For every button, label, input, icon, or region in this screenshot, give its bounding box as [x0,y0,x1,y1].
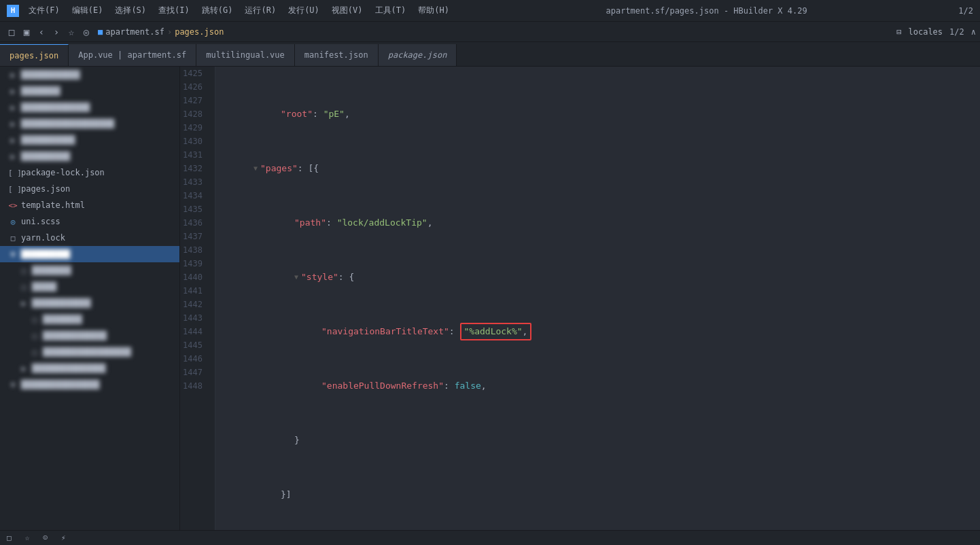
ln-1438: 1438 [180,243,208,257]
sidebar-sub-6[interactable]: □ ██████████████████ [0,344,179,360]
page-info: 1/2 [958,6,973,16]
status-user[interactable]: ☺ [43,533,48,542]
html-icon-template: <> [8,201,18,210]
code-line-1426: ▼"pages": [{ [226,162,980,175]
nav-back[interactable]: ‹ [34,24,49,39]
sidebar-blurred-1[interactable]: ▶ ████████████ [0,67,179,83]
ln-1428: 1428 [180,107,208,121]
sub-icon-7: ▶ [19,364,29,373]
sidebar-yarn-lock[interactable]: □ yarn.lock [0,230,179,246]
tab-app-vue[interactable]: App.vue | apartment.sf [69,44,196,66]
sidebar-item-label-template: template.html [21,200,85,210]
sub-icon-4: □ [30,315,39,324]
ln-1425: 1425 [180,67,208,80]
sidebar-item-label-uni: uni.scss [21,217,60,226]
code-line-1425: "root": "pE", [226,107,980,121]
menu-bar: 文件(F) 编辑(E) 选择(S) 查找(I) 跳转(G) 运行(R) 发行(U… [23,3,455,18]
ln-1444: 1444 [180,325,208,338]
code-line-1430: "enablePullDownRefresh": false, [226,379,980,393]
folder-icon-1: ▶ [8,71,18,80]
sidebar-blurred-2[interactable]: ▶ ████████ [0,83,179,99]
ln-1432: 1432 [180,162,208,175]
file-icon-package-lock: [ ] [8,169,18,177]
editor-tabs: pages.json App.vue | apartment.sf multil… [0,42,980,67]
breadcrumb-project[interactable]: apartment.sf [105,27,164,37]
sidebar-sub-1[interactable]: □ ████████ [0,262,179,279]
app-icon: H [7,5,19,17]
menu-tools[interactable]: 工具(T) [370,3,412,18]
nav-forward[interactable]: › [49,24,64,39]
folder-icon-2: ▶ [8,87,18,96]
ln-1445: 1445 [180,338,208,352]
status-save[interactable]: □ [7,533,12,542]
code-area: 1425 1426 1427 1428 1429 1430 1431 1432 … [180,67,980,530]
sub-icon-2: □ [19,283,29,292]
sub-icon-3: ▶ [19,299,29,308]
sidebar-blurred-6[interactable]: ▶ ██████████ [0,148,179,164]
menu-jump[interactable]: 跳转(G) [196,3,239,18]
sub-icon-6: □ [30,348,39,357]
menu-publish[interactable]: 发行(U) [283,3,325,18]
status-star[interactable]: ☆ [25,533,30,542]
ln-1427: 1427 [180,94,208,107]
sidebar-selected-folder[interactable]: ▼ ██████████ [0,246,179,262]
line-numbers: 1425 1426 1427 1428 1429 1430 1431 1432 … [180,67,215,530]
menu-view[interactable]: 视图(V) [326,3,368,18]
sidebar-blurred-5[interactable]: ▶ ███████████ [0,132,179,148]
breadcrumb-file[interactable]: pages.json [175,27,224,37]
menu-edit[interactable]: 编辑(E) [67,3,109,18]
sidebar: ▶ ████████████ ▶ ████████ ▶ ████████████… [0,67,180,530]
code-content[interactable]: "root": "pE", ▼"pages": [{ "path": "lock… [215,67,980,530]
sidebar-template-html[interactable]: <> template.html [0,197,179,213]
sidebar-pages-json[interactable]: [ ] pages.json [0,181,179,197]
folder-icon-4: ▶ [8,120,18,128]
menu-find[interactable]: 查找(I) [153,3,195,18]
titlebar: H 文件(F) 编辑(E) 选择(S) 查找(I) 跳转(G) 运行(R) 发行… [0,0,980,22]
ln-1446: 1446 [180,352,208,366]
tab-pages-json[interactable]: pages.json [0,44,69,66]
ln-1434: 1434 [180,189,208,203]
sub-icon-1: □ [19,266,29,275]
sidebar-blurred-3[interactable]: ▶ ██████████████ [0,99,179,116]
sub-icon-5: □ [30,332,39,340]
code-line-1427: "path": "lock/addLockTip", [226,216,980,230]
tab-multilingual[interactable]: multilingual.vue [196,44,295,66]
code-line-1432: }] [226,488,980,502]
ln-1443: 1443 [180,311,208,325]
file-icon-pages-json: [ ] [8,185,18,194]
menu-file[interactable]: 文件(F) [23,3,65,18]
nav-bookmark[interactable]: ☆ [64,24,79,39]
nav-save[interactable]: □ [4,24,19,39]
status-lightning[interactable]: ⚡ [61,533,66,542]
locales-label[interactable]: locales [909,27,943,37]
sidebar-uni-scss[interactable]: ◎ uni.scss [0,213,179,230]
sidebar-sub-3[interactable]: ▶ ████████████ [0,295,179,311]
menu-run[interactable]: 运行(R) [239,3,281,18]
sidebar-blurred-bottom[interactable]: ▼ ████████████████ [0,376,179,393]
code-editor[interactable]: 1425 1426 1427 1428 1429 1430 1431 1432 … [180,67,980,530]
menu-help[interactable]: 帮助(H) [413,3,455,18]
sidebar-package-lock[interactable]: [ ] package-lock.json [0,164,179,181]
ln-1433: 1433 [180,175,208,189]
window-title: apartment.sf/pages.json - HBuilder X 4.2… [455,6,958,16]
folder-icon-bottom: ▼ [8,381,18,389]
folder-icon-3: ▶ [8,103,18,112]
sidebar-sub-2[interactable]: □ █████ [0,279,179,295]
nav-files[interactable]: ▣ [19,24,34,39]
search-icon: ⊟ [896,27,901,37]
ln-1447: 1447 [180,366,208,379]
ln-1440: 1440 [180,270,208,284]
sidebar-sub-7[interactable]: ▶ ███████████████ [0,360,179,376]
folder-icon-5: ▶ [8,136,18,145]
tab-manifest[interactable]: manifest.json [295,44,379,66]
sidebar-item-label-pages-json: pages.json [21,184,70,194]
menu-select[interactable]: 选择(S) [109,3,152,18]
nav-expand[interactable]: ∧ [971,27,976,37]
ln-1430: 1430 [180,135,208,148]
sidebar-blurred-4[interactable]: ▶ ███████████████████ [0,116,179,132]
sidebar-sub-5[interactable]: □ █████████████ [0,328,179,344]
nav-circle[interactable]: ◎ [79,24,94,39]
tab-package[interactable]: package.json [379,44,457,66]
sidebar-sub-4[interactable]: □ ████████ [0,311,179,328]
ln-1436: 1436 [180,216,208,230]
